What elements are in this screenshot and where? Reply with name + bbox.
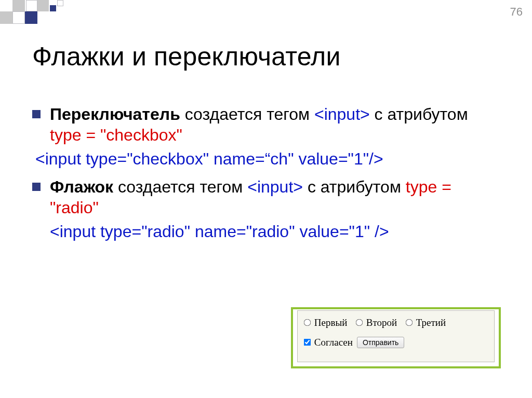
form-example-frame: Первый Второй Третий Согласен Отправить bbox=[291, 307, 501, 368]
slide-title: Флажки и переключатели bbox=[32, 42, 341, 72]
decoration-squares bbox=[0, 0, 156, 25]
radio-option-2[interactable]: Второй bbox=[356, 317, 397, 328]
bullet2-bold: Флажок bbox=[50, 177, 113, 196]
bullet2-tag: <input> bbox=[247, 177, 303, 196]
radio-input-1[interactable] bbox=[304, 319, 311, 326]
bullet1-post: с атрибутом bbox=[370, 105, 468, 123]
radio-option-1[interactable]: Первый bbox=[304, 317, 347, 328]
code-line-2: <input type="radio" name="radio" value="… bbox=[50, 221, 501, 242]
agree-text: Согласен bbox=[314, 337, 353, 348]
bullet1-bold: Переключатель bbox=[50, 105, 180, 123]
page-number: 76 bbox=[510, 5, 523, 19]
bullet-text-2: Флажок создается тегом <input> с атрибут… bbox=[50, 176, 501, 218]
radio-input-3[interactable] bbox=[406, 319, 413, 326]
submit-button[interactable]: Отправить bbox=[357, 337, 404, 348]
bullet-marker bbox=[32, 110, 41, 118]
bullet-item-2: Флажок создается тегом <input> с атрибут… bbox=[32, 176, 501, 218]
bullet-marker bbox=[32, 183, 41, 191]
bullet1-attr: type = "checkbox" bbox=[50, 126, 182, 144]
radio-option-3[interactable]: Третий bbox=[406, 317, 446, 328]
bullet1-tag: <input> bbox=[314, 105, 370, 123]
checkbox-row: Согласен Отправить bbox=[304, 337, 488, 348]
code-line-1: <input type="checkbox" name=“ch" value="… bbox=[35, 148, 501, 169]
radio-label-3: Третий bbox=[416, 317, 446, 328]
bullet-text-1: Переключатель создается тегом <input> с … bbox=[50, 104, 501, 145]
form-example: Первый Второй Третий Согласен Отправить bbox=[297, 310, 495, 362]
slide: 76 Флажки и переключатели Переключатель … bbox=[0, 0, 532, 398]
radio-label-1: Первый bbox=[314, 317, 348, 328]
bullet1-pre: создается тегом bbox=[180, 105, 314, 123]
agree-checkbox[interactable] bbox=[304, 339, 311, 346]
bullet2-pre: создается тегом bbox=[113, 177, 247, 196]
radio-label-2: Второй bbox=[366, 317, 397, 328]
bullet-item-1: Переключатель создается тегом <input> с … bbox=[32, 104, 501, 145]
radio-input-2[interactable] bbox=[356, 319, 363, 326]
slide-body: Переключатель создается тегом <input> с … bbox=[32, 104, 501, 249]
bullet2-post: с атрибутом bbox=[303, 177, 406, 196]
agree-checkbox-label[interactable]: Согласен bbox=[304, 337, 353, 348]
radio-row: Первый Второй Третий bbox=[304, 317, 488, 328]
